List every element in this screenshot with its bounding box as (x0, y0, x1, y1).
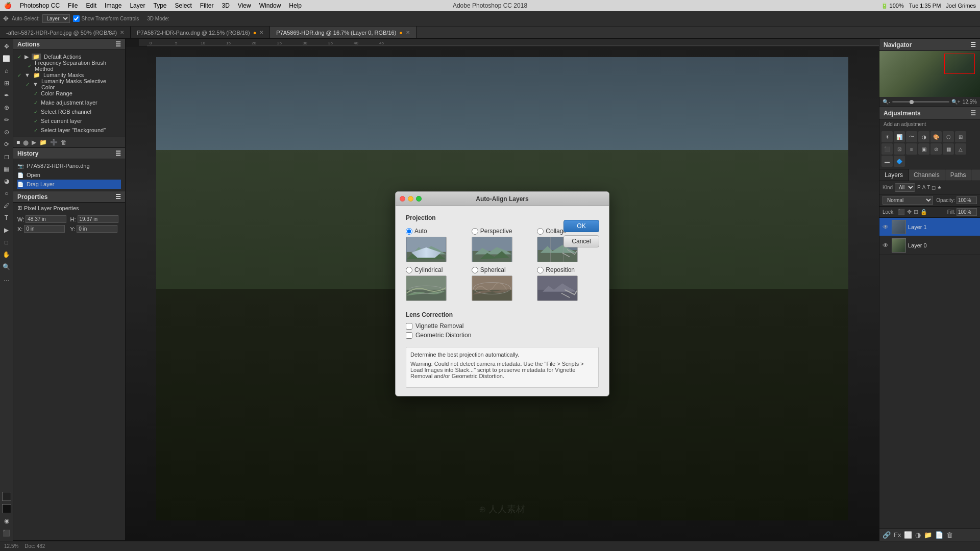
h-input[interactable] (78, 215, 118, 223)
close-button[interactable] (400, 196, 405, 202)
proj-auto-thumb[interactable] (406, 237, 447, 262)
screen-mode[interactable]: ⬛ (1, 528, 12, 539)
y-input[interactable] (77, 225, 117, 233)
photo-filter-icon[interactable]: ⊡ (894, 143, 905, 155)
proj-reposition-radio[interactable] (537, 267, 544, 273)
geometric-distortion-checkbox[interactable] (406, 332, 412, 339)
kind-filter-dropdown[interactable]: All (895, 183, 915, 192)
tab-paths[interactable]: Paths (945, 169, 972, 181)
navigator-menu-icon[interactable]: ☰ (970, 41, 976, 48)
new-group-icon[interactable]: 📁 (924, 531, 932, 539)
history-item-2[interactable]: 📄 Drag Layer (17, 180, 121, 189)
action-make-adj[interactable]: ✓ Make adjustment layer (17, 98, 121, 107)
lock-pixels-icon[interactable]: ⬛ (898, 209, 905, 215)
action-select-rgb[interactable]: ✓ Select RGB channel (17, 107, 121, 116)
lock-all-icon[interactable]: 🔒 (920, 209, 927, 215)
quick-mask[interactable]: ◉ (1, 515, 12, 527)
new-action-icon[interactable]: 📁 (39, 139, 47, 146)
auto-select-dropdown[interactable]: Layer (42, 14, 70, 23)
menu-photoshop[interactable]: Photoshop CC (20, 2, 60, 9)
smart-filter-icon[interactable]: ★ (937, 185, 942, 190)
cancel-button[interactable]: Cancel (564, 235, 599, 247)
proj-cylindrical-thumb[interactable] (406, 276, 447, 301)
history-menu-icon[interactable]: ☰ (115, 150, 121, 157)
x-input[interactable] (24, 225, 65, 233)
pen-tool[interactable]: 🖊 (1, 200, 12, 211)
play-icon[interactable]: ▶ (32, 139, 36, 146)
action-freq-sep[interactable]: ✓ Frequency Separation Brush Method (17, 61, 121, 70)
fill-input[interactable] (957, 208, 977, 216)
history-item-0[interactable]: 📷 P7A5872-HDR-Pano.dng (17, 161, 121, 170)
stop-icon[interactable]: ■ (16, 139, 20, 146)
selective-color-icon[interactable]: 🔷 (894, 156, 905, 167)
maximize-button[interactable] (416, 196, 422, 202)
actions-menu-icon[interactable]: ☰ (115, 41, 121, 48)
vignette-removal-checkbox[interactable] (406, 323, 412, 330)
lasso-tool[interactable]: ⌂ (1, 65, 12, 77)
add-adjustment-layer-icon[interactable]: ◑ (915, 531, 921, 539)
proj-spherical-thumb[interactable] (472, 276, 512, 301)
threshold-icon[interactable]: △ (955, 143, 966, 155)
action-expand2-icon[interactable]: ▼ (24, 72, 30, 78)
ok-button[interactable]: OK (564, 220, 599, 232)
layer-1-visibility-icon[interactable]: 👁 (883, 223, 890, 231)
menu-filter[interactable]: Filter (200, 2, 214, 9)
zoom-out-icon[interactable]: 🔍- (883, 99, 890, 105)
w-input[interactable] (26, 215, 66, 223)
menu-window[interactable]: Window (259, 2, 281, 9)
lock-artboard-icon[interactable]: ⊞ (914, 209, 918, 215)
zoom-in-icon[interactable]: 🔍+ (951, 99, 961, 105)
add-style-icon[interactable]: Fx (894, 531, 901, 539)
new-set-icon[interactable]: ➕ (50, 139, 58, 146)
bw-icon[interactable]: ⬛ (881, 143, 893, 155)
zoom-slider[interactable] (892, 101, 949, 103)
tab-2-close[interactable]: ✕ (406, 30, 410, 35)
menu-file[interactable]: File (68, 2, 78, 9)
eraser-tool[interactable]: ◻ (1, 151, 12, 162)
pixel-filter-icon[interactable]: P (917, 185, 921, 190)
delete-layer-icon[interactable]: 🗑 (946, 531, 953, 539)
adjustment-filter-icon[interactable]: A (922, 185, 926, 190)
exposure-icon[interactable]: ◑ (918, 131, 929, 142)
color-balance-icon[interactable]: ⊞ (955, 131, 966, 142)
hand-tool[interactable]: ✋ (1, 249, 12, 260)
menu-layer[interactable]: Layer (130, 2, 145, 9)
brush-tool[interactable]: ✏ (1, 114, 12, 126)
move-tool-icon[interactable]: ✥ (3, 15, 9, 22)
blend-mode-dropdown[interactable]: Normal Multiply Screen (883, 196, 933, 205)
history-brush-tool[interactable]: ⟳ (1, 139, 12, 150)
lock-move-icon[interactable]: ✥ (907, 209, 912, 215)
invert-icon[interactable]: ⊘ (930, 143, 942, 155)
properties-menu-icon[interactable]: ☰ (115, 193, 121, 201)
proj-reposition-thumb[interactable] (537, 276, 578, 301)
gradient-map-icon[interactable]: ▬ (881, 156, 893, 167)
hsl-icon[interactable]: ⬡ (943, 131, 954, 142)
path-selection-tool[interactable]: ▶ (1, 224, 12, 236)
link-layers-icon[interactable]: 🔗 (883, 531, 891, 539)
history-item-1[interactable]: 📄 Open (17, 170, 121, 180)
menu-help[interactable]: Help (289, 2, 302, 9)
eyedropper-tool[interactable]: ✒ (1, 90, 12, 101)
menu-3d[interactable]: 3D (222, 2, 230, 9)
menu-select[interactable]: Select (175, 2, 191, 9)
background-color[interactable] (2, 504, 11, 513)
layer-0-visibility-icon[interactable]: 👁 (883, 242, 890, 249)
proj-cylindrical-radio[interactable] (406, 267, 412, 273)
minimize-button[interactable] (408, 196, 413, 202)
type-filter-icon[interactable]: T (927, 185, 930, 190)
layer-item-1[interactable]: 👁 Layer 1 (879, 218, 980, 236)
proj-auto-radio[interactable] (406, 228, 412, 235)
more-tools[interactable]: … (1, 273, 12, 285)
menu-edit[interactable]: Edit (86, 2, 96, 9)
action-lumanity-selective[interactable]: ✓ ▼ Lumanity Masks Selective Color (17, 80, 121, 89)
vibrance-icon[interactable]: 🎨 (930, 131, 942, 142)
clone-tool[interactable]: ⊙ (1, 127, 12, 138)
curves-icon[interactable]: 〜 (906, 131, 917, 142)
action-expand-icon[interactable]: ▶ (24, 54, 29, 60)
apple-menu[interactable]: 🍎 (4, 2, 12, 9)
move-tool[interactable]: ✥ (1, 41, 12, 52)
adjustments-menu-icon[interactable]: ☰ (970, 110, 976, 117)
foreground-color[interactable] (2, 492, 11, 501)
record-icon[interactable]: ⬤ (23, 140, 29, 145)
color-lookup-icon[interactable]: ▣ (918, 143, 929, 155)
